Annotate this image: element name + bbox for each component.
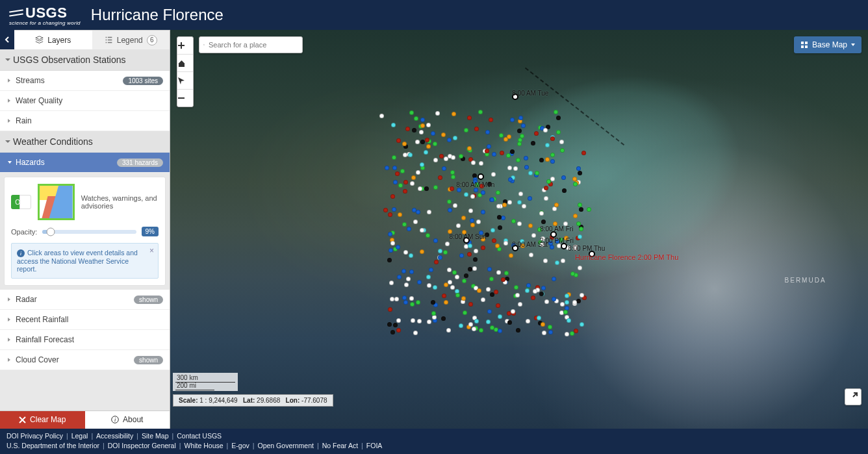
station-dot[interactable] xyxy=(578,234,582,239)
station-dot[interactable] xyxy=(531,141,535,145)
station-dot[interactable] xyxy=(486,320,491,324)
station-dot[interactable] xyxy=(404,283,409,287)
station-dot[interactable] xyxy=(539,211,544,216)
station-dot[interactable] xyxy=(474,127,479,131)
station-dot[interactable] xyxy=(444,300,448,305)
station-dot[interactable] xyxy=(438,255,442,260)
station-dot[interactable] xyxy=(446,328,451,333)
station-dot[interactable] xyxy=(411,175,416,180)
station-dot[interactable] xyxy=(517,200,522,205)
station-dot[interactable] xyxy=(441,316,446,321)
map[interactable]: 8:00 AM Tue 8:00 AM Mon 8:00 AM Sun 8:00… xyxy=(170,30,868,429)
station-dot[interactable] xyxy=(442,166,446,171)
footer-link[interactable]: FOIA xyxy=(366,442,383,449)
station-dot[interactable] xyxy=(481,210,485,214)
station-dot[interactable] xyxy=(570,331,574,336)
station-dot[interactable] xyxy=(426,144,431,149)
station-dot[interactable] xyxy=(520,134,524,138)
station-dot[interactable] xyxy=(468,302,473,307)
station-dot[interactable] xyxy=(434,260,439,264)
station-dot[interactable] xyxy=(472,327,476,331)
station-dot[interactable] xyxy=(518,302,522,307)
station-dot[interactable] xyxy=(464,192,468,197)
station-dot[interactable] xyxy=(394,297,399,301)
station-dot[interactable] xyxy=(452,112,456,116)
station-dot[interactable] xyxy=(573,214,578,218)
station-dot[interactable] xyxy=(507,134,511,139)
station-dot[interactable] xyxy=(498,225,502,230)
station-dot[interactable] xyxy=(395,171,400,176)
station-dot[interactable] xyxy=(498,329,502,333)
station-dot[interactable] xyxy=(490,197,494,202)
station-dot[interactable] xyxy=(501,216,505,220)
station-dot[interactable] xyxy=(541,286,546,290)
station-dot[interactable] xyxy=(499,133,504,138)
station-dot[interactable] xyxy=(518,192,523,196)
station-dot[interactable] xyxy=(419,130,424,134)
station-dot[interactable] xyxy=(504,241,508,246)
station-dot[interactable] xyxy=(481,297,485,302)
station-dot[interactable] xyxy=(389,248,393,253)
station-dot[interactable] xyxy=(492,238,496,243)
layer-cloud-cover[interactable]: Cloud Cover shown xyxy=(0,350,170,370)
station-dot[interactable] xyxy=(507,320,512,325)
station-dot[interactable] xyxy=(572,300,577,305)
station-dot[interactable] xyxy=(487,267,492,271)
station-dot[interactable] xyxy=(496,303,500,308)
station-dot[interactable] xyxy=(517,129,522,133)
station-dot[interactable] xyxy=(552,277,556,281)
station-dot[interactable] xyxy=(442,294,446,298)
station-dot[interactable] xyxy=(427,283,431,288)
station-dot[interactable] xyxy=(500,151,504,155)
station-dot[interactable] xyxy=(524,165,529,170)
station-dot[interactable] xyxy=(506,153,511,158)
station-dot[interactable] xyxy=(417,280,422,284)
station-dot[interactable] xyxy=(550,159,555,164)
station-dot[interactable] xyxy=(526,283,531,288)
station-dot[interactable] xyxy=(580,322,584,327)
station-dot[interactable] xyxy=(464,128,468,132)
station-dot[interactable] xyxy=(424,186,429,191)
station-dot[interactable] xyxy=(441,132,446,137)
station-dot[interactable] xyxy=(578,171,582,175)
station-dot[interactable] xyxy=(451,155,455,160)
station-dot[interactable] xyxy=(391,123,396,127)
station-dot[interactable] xyxy=(552,297,556,301)
station-dot[interactable] xyxy=(461,296,466,301)
station-dot[interactable] xyxy=(533,289,537,294)
station-dot[interactable] xyxy=(435,111,440,116)
station-dot[interactable] xyxy=(498,314,502,319)
station-dot[interactable] xyxy=(581,151,586,155)
station-dot[interactable] xyxy=(474,249,478,253)
station-dot[interactable] xyxy=(433,142,437,146)
station-dot[interactable] xyxy=(479,161,483,166)
station-dot[interactable] xyxy=(550,136,555,141)
station-dot[interactable] xyxy=(420,228,424,233)
station-dot[interactable] xyxy=(489,118,493,122)
station-dot[interactable] xyxy=(578,203,582,207)
opacity-slider[interactable] xyxy=(42,230,136,234)
station-dot[interactable] xyxy=(383,208,388,212)
station-dot[interactable] xyxy=(468,267,472,271)
station-dot[interactable] xyxy=(541,220,546,224)
station-dot[interactable] xyxy=(511,219,516,223)
station-dot[interactable] xyxy=(555,260,559,265)
station-dot[interactable] xyxy=(576,299,581,303)
station-dot[interactable] xyxy=(515,293,520,297)
station-dot[interactable] xyxy=(563,310,568,314)
station-dot[interactable] xyxy=(414,116,418,121)
station-dot[interactable] xyxy=(576,166,581,171)
tab-layers[interactable]: Layers xyxy=(14,30,92,49)
zoom-out-button[interactable] xyxy=(177,90,193,107)
station-dot[interactable] xyxy=(579,207,583,212)
station-dot[interactable] xyxy=(387,322,392,327)
station-dot[interactable] xyxy=(398,212,402,217)
station-dot[interactable] xyxy=(433,285,437,290)
station-dot[interactable] xyxy=(468,322,473,327)
station-dot[interactable] xyxy=(387,258,392,262)
station-dot[interactable] xyxy=(412,128,416,132)
station-dot[interactable] xyxy=(470,194,475,199)
station-dot[interactable] xyxy=(559,140,564,144)
station-dot[interactable] xyxy=(560,148,565,153)
station-dot[interactable] xyxy=(467,252,472,257)
